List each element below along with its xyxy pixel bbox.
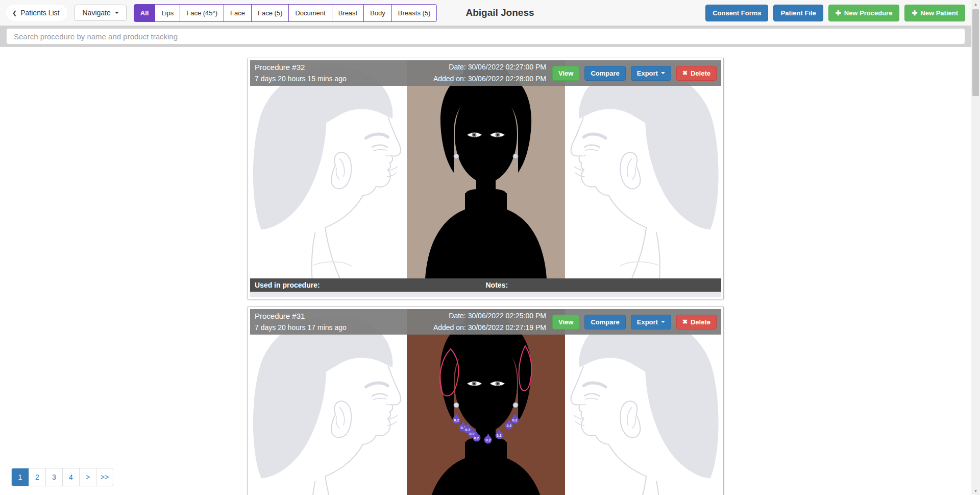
tab-face[interactable]: Face bbox=[224, 4, 252, 22]
page-1[interactable]: 1 bbox=[12, 468, 29, 486]
date-value: 30/06/2022 02:27:00 PM bbox=[468, 63, 546, 71]
compare-button[interactable]: Compare bbox=[584, 66, 625, 81]
compare-label: Compare bbox=[591, 318, 619, 326]
procedure-title: Procedure #31 bbox=[255, 310, 347, 322]
plus-icon: ✚ bbox=[836, 9, 841, 17]
injection-marker: 0.2 bbox=[495, 431, 503, 439]
profile-silhouette-left-facing bbox=[565, 309, 722, 495]
scrollbar-thumb[interactable] bbox=[972, 9, 979, 96]
procedure-dates: Date: 30/06/2022 02:27:00 PM Added on: 3… bbox=[433, 61, 546, 85]
added-on-value: 30/06/2022 02:27:19 PM bbox=[468, 323, 546, 332]
back-to-patients-link[interactable]: ❮ Patients List bbox=[6, 5, 67, 21]
tab-breast[interactable]: Breast bbox=[332, 4, 364, 22]
silhouette-left-panel bbox=[250, 60, 407, 278]
navbar-actions: Consent Forms Patient File ✚ New Procedu… bbox=[705, 5, 965, 21]
pagination: 1 2 3 4 > >> bbox=[11, 468, 113, 486]
silhouette-right-panel bbox=[565, 60, 722, 278]
new-patient-button[interactable]: ✚ New Patient bbox=[904, 5, 965, 21]
chevron-left-icon: ❮ bbox=[12, 10, 17, 16]
procedure-31-image-area: Procedure #31 7 days 20 hours 17 mins ag… bbox=[250, 309, 721, 495]
export-dropdown-button[interactable]: Export bbox=[631, 66, 671, 81]
tab-lips[interactable]: Lips bbox=[155, 4, 180, 22]
page-2[interactable]: 2 bbox=[29, 468, 45, 486]
injection-marker: 0.2 bbox=[453, 416, 460, 423]
compare-label: Compare bbox=[591, 69, 619, 77]
used-in-procedure-label: Used in procedure: bbox=[250, 281, 320, 289]
view-label: View bbox=[558, 69, 573, 77]
caret-down-icon bbox=[661, 72, 665, 74]
tab-face-45[interactable]: Face (45°) bbox=[180, 4, 224, 22]
injection-marker: 0.2 bbox=[505, 422, 513, 430]
export-dropdown-button[interactable]: Export bbox=[631, 315, 671, 329]
navigate-dropdown-button[interactable]: Navigate bbox=[75, 5, 126, 21]
tab-breasts-5[interactable]: Breasts (5) bbox=[392, 4, 437, 22]
silhouette-right-panel bbox=[565, 309, 722, 495]
delete-button[interactable]: ✖Delete bbox=[676, 66, 717, 81]
procedure-actions: View Compare Export ✖Delete bbox=[552, 66, 721, 81]
compare-button[interactable]: Compare bbox=[584, 315, 625, 329]
profile-silhouette-right-facing bbox=[250, 309, 407, 495]
procedure-notes-bar: Used in procedure: Notes: bbox=[250, 278, 721, 292]
tab-document[interactable]: Document bbox=[289, 4, 332, 22]
scroll-up-arrow-icon[interactable]: ▲ bbox=[971, 0, 980, 8]
filter-tab-group: All Lips Face (45°) Face Face (5) Docume… bbox=[134, 4, 437, 22]
view-button[interactable]: View bbox=[552, 315, 579, 329]
export-label: Export bbox=[637, 318, 658, 326]
procedure-32-header: Procedure #32 7 days 20 hours 15 mins ag… bbox=[250, 60, 721, 86]
injection-marker-layer: 0.20.20.20.20.20.20.20.20.2 bbox=[407, 309, 565, 495]
procedure-actions: View Compare Export ✖Delete bbox=[552, 315, 721, 329]
procedure-info: Procedure #31 7 days 20 hours 17 mins ag… bbox=[250, 310, 347, 334]
search-input[interactable] bbox=[7, 29, 965, 44]
patient-file-button[interactable]: Patient File bbox=[773, 5, 823, 21]
page-4[interactable]: 4 bbox=[62, 468, 79, 486]
delete-label: Delete bbox=[691, 318, 710, 326]
tab-body[interactable]: Body bbox=[364, 4, 392, 22]
notes-label: Notes: bbox=[486, 281, 508, 289]
procedure-age: 7 days 20 hours 17 mins ago bbox=[255, 322, 347, 334]
new-procedure-label: New Procedure bbox=[844, 9, 893, 17]
caret-down-icon bbox=[661, 321, 665, 323]
card-footer-strip bbox=[250, 292, 721, 297]
procedure-age: 7 days 20 hours 15 mins ago bbox=[255, 73, 347, 85]
back-link-label: Patients List bbox=[20, 9, 59, 17]
date-label: Date: bbox=[449, 63, 465, 71]
added-on-label: Added on: bbox=[433, 323, 466, 332]
delete-label: Delete bbox=[691, 69, 710, 77]
caret-down-icon bbox=[115, 12, 119, 14]
procedure-title: Procedure #32 bbox=[255, 61, 347, 73]
added-on-value: 30/06/2022 02:28:00 PM bbox=[468, 75, 546, 83]
top-navbar: ❮ Patients List Navigate All Lips Face (… bbox=[0, 0, 971, 26]
page-next[interactable]: > bbox=[79, 468, 96, 486]
plus-icon: ✚ bbox=[912, 9, 917, 17]
injection-marker: 0.2 bbox=[511, 416, 519, 423]
vertical-scrollbar: ▲ ▼ bbox=[971, 0, 980, 495]
procedure-32-image-area: Procedure #32 7 days 20 hours 15 mins ag… bbox=[250, 60, 721, 278]
page-3[interactable]: 3 bbox=[45, 468, 62, 486]
procedure-card-31: Procedure #31 7 days 20 hours 17 mins ag… bbox=[248, 307, 724, 495]
scroll-down-arrow-icon[interactable]: ▼ bbox=[971, 487, 980, 495]
tab-all[interactable]: All bbox=[134, 4, 156, 22]
date-label: Date: bbox=[449, 312, 465, 320]
consent-forms-label: Consent Forms bbox=[713, 9, 761, 17]
new-procedure-button[interactable]: ✚ New Procedure bbox=[828, 5, 900, 21]
tab-face-5[interactable]: Face (5) bbox=[252, 4, 289, 22]
consent-forms-button[interactable]: Consent Forms bbox=[705, 5, 768, 21]
x-icon: ✖ bbox=[682, 318, 688, 325]
front-photo-panel: .v1 .hair{fill:#2e1f16}.v1 .skin{fill:#e… bbox=[407, 60, 565, 278]
date-value: 30/06/2022 02:25:00 PM bbox=[468, 312, 546, 320]
navigate-label: Navigate bbox=[82, 9, 110, 17]
procedure-card-32: Procedure #32 7 days 20 hours 15 mins ag… bbox=[248, 58, 724, 299]
delete-button[interactable]: ✖Delete bbox=[676, 315, 717, 329]
injection-marker: 0.2 bbox=[484, 436, 492, 443]
view-button[interactable]: View bbox=[552, 66, 579, 81]
added-on-label: Added on: bbox=[433, 75, 466, 83]
patient-name: Abigail Joness bbox=[465, 7, 534, 18]
procedure-info: Procedure #32 7 days 20 hours 15 mins ag… bbox=[250, 61, 347, 85]
page-last[interactable]: >> bbox=[96, 468, 113, 486]
patient-file-label: Patient File bbox=[780, 9, 816, 17]
procedure-31-header: Procedure #31 7 days 20 hours 17 mins ag… bbox=[250, 309, 721, 335]
patient-front-photo: .v1 .hair{fill:#2e1f16}.v1 .skin{fill:#e… bbox=[407, 60, 565, 278]
injection-marker: 0.2 bbox=[473, 434, 480, 441]
x-icon: ✖ bbox=[682, 69, 688, 77]
procedure-dates: Date: 30/06/2022 02:25:00 PM Added on: 3… bbox=[433, 310, 546, 334]
